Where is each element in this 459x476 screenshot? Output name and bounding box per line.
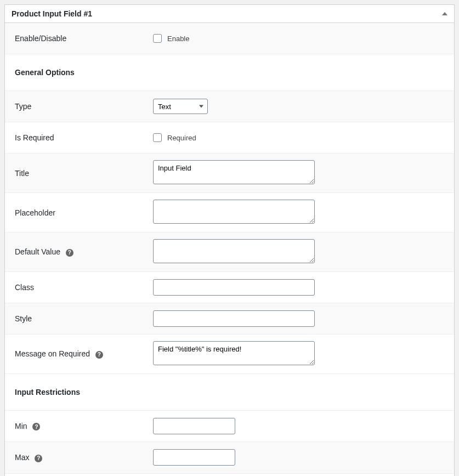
message-on-required-label: Message on Required: [15, 349, 90, 358]
enable-disable-row: Enable/Disable Enable: [5, 23, 454, 54]
general-options-header: General Options: [5, 54, 454, 91]
required-checkbox[interactable]: [153, 133, 162, 142]
class-row: Class: [5, 272, 454, 303]
panel-title: Product Input Field #1: [12, 9, 92, 18]
input-restrictions-header-row: Input Restrictions: [5, 374, 454, 411]
style-input[interactable]: [153, 310, 315, 327]
enable-checkbox[interactable]: [153, 34, 162, 43]
style-label: Style: [5, 303, 148, 335]
enable-checkbox-label: Enable: [167, 35, 189, 43]
max-row: Max ?: [5, 442, 454, 473]
min-row: Min ?: [5, 411, 454, 442]
message-on-required-row: Message on Required ? Field "%title%" is…: [5, 335, 454, 374]
help-icon[interactable]: ?: [35, 455, 42, 462]
input-restrictions-header: Input Restrictions: [5, 374, 454, 411]
title-row: Title Input Field: [5, 154, 454, 193]
collapse-icon: [442, 12, 447, 15]
style-row: Style: [5, 303, 454, 335]
title-input[interactable]: Input Field: [153, 160, 315, 184]
is-required-row: Is Required Required: [5, 122, 454, 154]
default-value-input[interactable]: [153, 239, 315, 263]
help-icon[interactable]: ?: [32, 423, 40, 430]
required-checkbox-label: Required: [167, 134, 196, 142]
type-row: Type Text: [5, 91, 454, 122]
min-input[interactable]: [153, 418, 235, 434]
settings-panel: Product Input Field #1 Enable/Disable En…: [4, 4, 455, 476]
step-row: Step ?: [5, 473, 454, 476]
type-select[interactable]: Text: [153, 99, 208, 114]
title-label: Title: [5, 154, 148, 193]
type-label: Type: [5, 91, 148, 122]
max-input[interactable]: [153, 449, 235, 466]
min-label: Min: [15, 422, 27, 430]
is-required-label: Is Required: [5, 122, 148, 154]
default-value-label: Default Value: [15, 247, 60, 256]
panel-header[interactable]: Product Input Field #1: [5, 5, 454, 23]
placeholder-input[interactable]: [153, 200, 315, 224]
placeholder-row: Placeholder: [5, 193, 454, 233]
enable-disable-label: Enable/Disable: [5, 23, 148, 54]
help-icon[interactable]: ?: [66, 249, 73, 257]
settings-form-table: Enable/Disable Enable General Options Ty…: [5, 23, 454, 476]
help-icon[interactable]: ?: [95, 351, 103, 359]
class-label: Class: [5, 272, 148, 303]
max-label: Max: [15, 453, 29, 462]
default-value-row: Default Value ?: [5, 233, 454, 272]
placeholder-label: Placeholder: [5, 193, 148, 233]
class-input[interactable]: [153, 279, 315, 296]
general-options-header-row: General Options: [5, 54, 454, 91]
message-on-required-input[interactable]: Field "%title%" is required!: [153, 341, 315, 365]
